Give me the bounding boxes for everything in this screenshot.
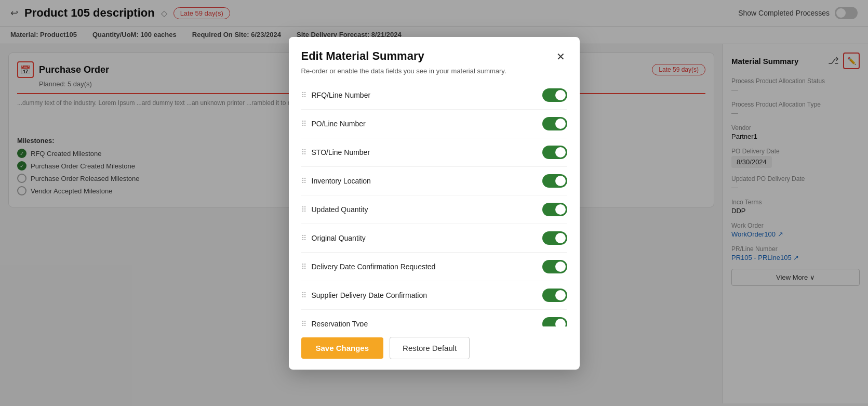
modal-subtitle: Re-order or enable the data fields you s… xyxy=(289,64,580,81)
modal-close-button[interactable]: ✕ xyxy=(554,49,567,64)
field-name-label: Original Quantity xyxy=(312,234,366,242)
modal-title: Edit Material Summary xyxy=(301,49,424,63)
field-name-label: Reservation Type xyxy=(312,320,368,326)
field-row-left: ⠿RFQ/Line Number xyxy=(301,91,371,99)
field-toggle-1[interactable] xyxy=(542,117,567,130)
field-name-label: Updated Quantity xyxy=(312,205,368,214)
modal-field-row: ⠿Original Quantity xyxy=(301,224,567,253)
modal-footer: Save Changes Restore Default xyxy=(289,326,580,370)
modal-field-row: ⠿STO/Line Number xyxy=(301,138,567,167)
drag-handle-icon[interactable]: ⠿ xyxy=(301,234,305,242)
field-name-label: Supplier Delivery Date Confirmation xyxy=(312,291,428,299)
main-content: ↩ Product 105 description ◇ Late 59 day(… xyxy=(0,0,868,406)
modal-field-row: ⠿Supplier Delivery Date Confirmation xyxy=(301,281,567,310)
field-name-label: RFQ/Line Number xyxy=(312,91,371,99)
modal-field-row: ⠿PO/Line Number xyxy=(301,110,567,138)
modal-header: Edit Material Summary ✕ xyxy=(289,37,580,64)
field-toggle-2[interactable] xyxy=(542,146,567,159)
field-row-left: ⠿STO/Line Number xyxy=(301,148,370,156)
modal-field-row: ⠿Updated Quantity xyxy=(301,195,567,224)
drag-handle-icon[interactable]: ⠿ xyxy=(301,91,305,99)
restore-default-button[interactable]: Restore Default xyxy=(390,337,470,359)
drag-handle-icon[interactable]: ⠿ xyxy=(301,177,305,185)
field-row-left: ⠿Updated Quantity xyxy=(301,205,368,214)
field-row-left: ⠿Delivery Date Confirmation Requested xyxy=(301,263,436,271)
modal-field-row: ⠿Inventory Location xyxy=(301,167,567,195)
field-toggle-4[interactable] xyxy=(542,203,567,216)
field-row-left: ⠿PO/Line Number xyxy=(301,120,366,128)
drag-handle-icon[interactable]: ⠿ xyxy=(301,263,305,271)
field-name-label: Delivery Date Confirmation Requested xyxy=(312,263,436,271)
field-name-label: PO/Line Number xyxy=(312,120,366,128)
modal-field-row: ⠿RFQ/Line Number xyxy=(301,81,567,110)
field-toggle-3[interactable] xyxy=(542,174,567,188)
save-changes-button[interactable]: Save Changes xyxy=(301,337,384,359)
drag-handle-icon[interactable]: ⠿ xyxy=(301,120,305,128)
drag-handle-icon[interactable]: ⠿ xyxy=(301,320,305,326)
modal-overlay: Edit Material Summary ✕ Re-order or enab… xyxy=(0,0,868,406)
field-toggle-8[interactable] xyxy=(542,317,567,326)
field-toggle-6[interactable] xyxy=(542,260,567,273)
field-row-left: ⠿Supplier Delivery Date Confirmation xyxy=(301,291,428,299)
field-name-label: Inventory Location xyxy=(312,177,371,185)
field-row-left: ⠿Inventory Location xyxy=(301,177,371,185)
field-row-left: ⠿Original Quantity xyxy=(301,234,366,242)
field-row-left: ⠿Reservation Type xyxy=(301,320,368,326)
edit-material-summary-modal: Edit Material Summary ✕ Re-order or enab… xyxy=(289,37,580,370)
field-toggle-0[interactable] xyxy=(542,88,567,102)
drag-handle-icon[interactable]: ⠿ xyxy=(301,205,305,214)
field-toggle-5[interactable] xyxy=(542,231,567,245)
drag-handle-icon[interactable]: ⠿ xyxy=(301,291,305,299)
modal-field-row: ⠿Reservation Type xyxy=(301,310,567,326)
modal-field-row: ⠿Delivery Date Confirmation Requested xyxy=(301,253,567,281)
modal-body: ⠿RFQ/Line Number⠿PO/Line Number⠿STO/Line… xyxy=(289,81,580,326)
modal-fields-list: ⠿RFQ/Line Number⠿PO/Line Number⠿STO/Line… xyxy=(301,81,567,326)
field-name-label: STO/Line Number xyxy=(312,148,370,156)
drag-handle-icon[interactable]: ⠿ xyxy=(301,148,305,156)
field-toggle-7[interactable] xyxy=(542,289,567,302)
